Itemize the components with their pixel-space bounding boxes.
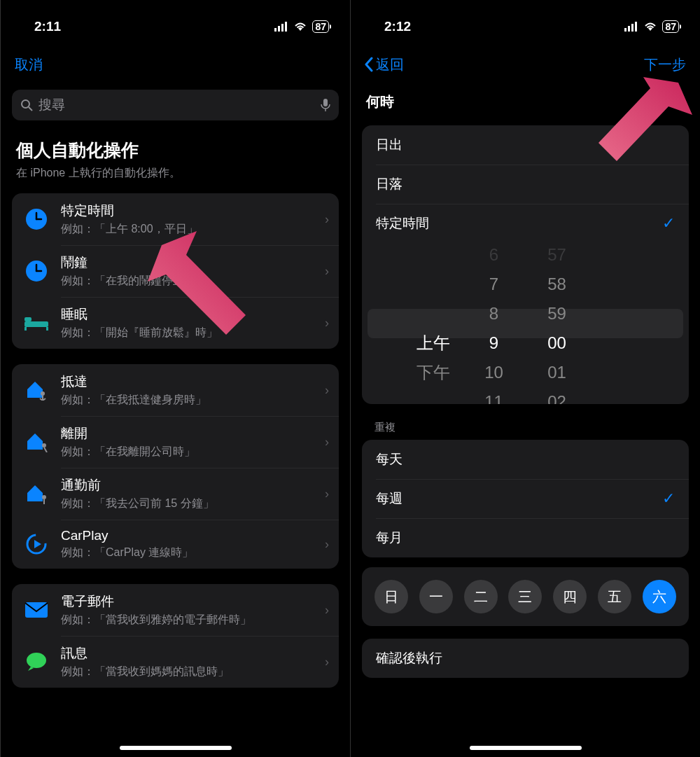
option-label: 每週	[376, 489, 402, 508]
svg-rect-32	[628, 26, 630, 32]
status-right: 87	[624, 20, 679, 33]
cancel-button[interactable]: 取消	[15, 55, 43, 74]
home-arrive-icon	[22, 375, 51, 405]
option-sunset[interactable]: 日落	[362, 165, 689, 204]
row-title: 抵達	[61, 373, 321, 391]
search-field[interactable]: 搜尋	[12, 90, 339, 120]
option-daily[interactable]: 每天	[362, 440, 689, 479]
nav-bar: 取消	[1, 41, 350, 83]
row-sleep[interactable]: 睡眠 例如：「開始『睡前放鬆』時」 ›	[12, 297, 339, 349]
weekday-sat[interactable]: 六	[643, 580, 676, 613]
option-monthly[interactable]: 每月	[362, 518, 689, 557]
clock-icon	[22, 204, 51, 234]
search-placeholder: 搜尋	[38, 96, 65, 114]
weekday-wed[interactable]: 三	[508, 580, 542, 613]
row-title: 通勤前	[61, 476, 321, 494]
row-title: 訊息	[61, 644, 321, 662]
picker-ampm[interactable]: 上午 下午	[362, 243, 463, 404]
weekday-tue[interactable]: 二	[464, 580, 498, 613]
chevron-left-icon	[365, 57, 373, 72]
weekday-mon[interactable]: 一	[419, 580, 453, 613]
checkmark-icon: ✓	[662, 214, 675, 232]
phone-left: 2:11 87 取消 搜尋 個人自動化操作 在 iPhone 上執行的自動化操作…	[0, 0, 350, 757]
battery-icon: 87	[662, 20, 679, 33]
mic-icon[interactable]	[321, 98, 330, 112]
back-button[interactable]: 返回	[365, 55, 404, 74]
svg-rect-34	[635, 22, 637, 32]
wifi-icon	[293, 22, 307, 32]
row-title: 特定時間	[61, 202, 321, 220]
row-email[interactable]: 電子郵件 例如：「當我收到雅婷的電子郵件時」 ›	[12, 584, 339, 636]
row-ask-before-run[interactable]: 確認後執行	[362, 639, 689, 678]
trigger-group-time: 特定時間 例如：「上午 8:00，平日」 › 鬧鐘 例如：「在我的鬧鐘停止時」 …	[12, 193, 339, 349]
row-specific-time[interactable]: 特定時間 例如：「上午 8:00，平日」 ›	[12, 193, 339, 245]
svg-line-5	[29, 107, 32, 111]
phone-right: 2:12 87 返回 下一步 何時 日出 日落 特定時間 ✓	[350, 0, 700, 757]
home-commute-icon	[22, 479, 51, 508]
row-message[interactable]: 訊息 例如：「當我收到媽媽的訊息時」 ›	[12, 636, 339, 688]
repeat-options-group: 每天 每週 ✓ 每月	[362, 440, 689, 557]
row-title: CarPlay	[61, 528, 321, 543]
next-button[interactable]: 下一步	[644, 55, 686, 74]
row-sub: 例如：「在我的鬧鐘停止時」	[61, 274, 321, 289]
carplay-icon	[22, 529, 51, 559]
bed-icon	[22, 308, 51, 338]
status-bar: 2:12 87	[351, 0, 700, 41]
picker-hour[interactable]: 6 7 8 9 10 11 12	[463, 243, 526, 404]
option-weekly[interactable]: 每週 ✓	[362, 479, 689, 518]
svg-rect-28	[25, 602, 48, 618]
row-title: 鬧鐘	[61, 254, 321, 272]
row-leave[interactable]: 離開 例如：「在我離開公司時」 ›	[12, 416, 339, 468]
cellular-icon	[274, 22, 288, 32]
chevron-right-icon: ›	[321, 435, 329, 450]
time-picker[interactable]: 上午 下午 6 7 8 9 10 11 12 57 58 59	[362, 243, 689, 404]
row-arrive[interactable]: 抵達 例如：「在我抵達健身房時」 ›	[12, 364, 339, 416]
battery-icon: 87	[312, 20, 329, 33]
row-sub: 例如：「開始『睡前放鬆』時」	[61, 326, 321, 340]
nav-bar: 返回 下一步	[351, 41, 700, 83]
trigger-group-location: 抵達 例如：「在我抵達健身房時」 › 離開 例如：「在我離開公司時」 › 通勤前…	[12, 364, 339, 569]
weekday-thu[interactable]: 四	[553, 580, 587, 613]
svg-rect-14	[24, 321, 48, 327]
row-sub: 例如：「當我收到雅婷的電子郵件時」	[61, 613, 321, 627]
svg-rect-3	[285, 22, 287, 32]
svg-rect-1	[278, 26, 280, 32]
message-icon	[22, 647, 51, 676]
home-leave-icon	[22, 427, 51, 457]
svg-point-24	[42, 495, 46, 499]
cellular-icon	[624, 22, 638, 32]
row-carplay[interactable]: CarPlay 例如：「CarPlay 連線時」 ›	[12, 520, 339, 569]
wifi-icon	[643, 22, 657, 32]
status-right: 87	[274, 20, 329, 33]
status-time: 2:12	[384, 19, 411, 34]
search-icon	[20, 99, 33, 111]
chevron-right-icon: ›	[321, 264, 329, 279]
repeat-label: 重複	[351, 404, 700, 440]
option-sunrise[interactable]: 日出	[362, 125, 689, 165]
svg-rect-33	[631, 24, 634, 32]
option-label: 每天	[376, 450, 402, 468]
svg-rect-31	[624, 28, 626, 32]
row-sub: 例如：「我去公司前 15 分鐘」	[61, 496, 321, 511]
option-specific-time[interactable]: 特定時間 ✓	[362, 204, 689, 243]
row-alarm[interactable]: 鬧鐘 例如：「在我的鬧鐘停止時」 ›	[12, 245, 339, 297]
picker-minute[interactable]: 57 58 59 00 01 02 03	[526, 243, 589, 404]
svg-marker-27	[34, 540, 41, 548]
svg-rect-6	[323, 99, 328, 106]
row-sub: 例如：「當我收到媽媽的訊息時」	[61, 665, 321, 679]
status-bar: 2:11 87	[1, 0, 350, 41]
when-options-group: 日出 日落 特定時間 ✓ 上午 下午 6 7 8	[362, 125, 689, 404]
row-sub: 例如：「在我抵達健身房時」	[61, 393, 321, 408]
svg-line-23	[44, 447, 47, 452]
home-indicator[interactable]	[470, 746, 582, 750]
svg-rect-15	[24, 317, 31, 321]
weekday-sun[interactable]: 日	[374, 580, 408, 613]
home-indicator[interactable]	[120, 746, 232, 750]
row-sub: 例如：「上午 8:00，平日」	[61, 222, 321, 237]
row-commute[interactable]: 通勤前 例如：「我去公司前 15 分鐘」 ›	[12, 468, 339, 520]
chevron-right-icon: ›	[321, 603, 329, 618]
page-title: 個人自動化操作	[1, 120, 350, 163]
weekday-fri[interactable]: 五	[598, 580, 631, 613]
chevron-right-icon: ›	[321, 655, 329, 669]
svg-rect-16	[24, 327, 27, 331]
